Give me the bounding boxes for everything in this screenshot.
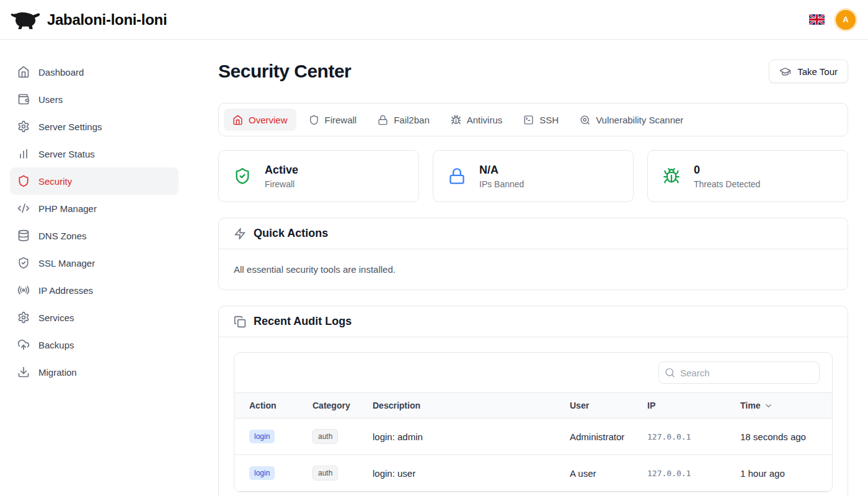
category-badge: auth	[312, 429, 338, 444]
terminal-icon	[523, 115, 534, 125]
stat-card-threats: 0 Threats Detected	[647, 150, 848, 202]
bar-chart-icon	[17, 148, 30, 160]
user-cell: Administrator	[560, 418, 637, 455]
tab-overview[interactable]: Overview	[224, 108, 296, 131]
audit-logs-table-card: Action Category Description User IP Time	[234, 352, 833, 492]
copy-documents-icon	[234, 316, 246, 328]
table-row[interactable]: login auth login: user A user 127.0.0.1 …	[234, 455, 832, 492]
tab-fail2ban[interactable]: Fail2ban	[369, 108, 438, 131]
take-tour-label: Take Tour	[797, 66, 838, 77]
shield-check-icon	[234, 167, 251, 185]
tab-ssh[interactable]: SSH	[515, 108, 567, 131]
table-header-row: Action Category Description User IP Time	[234, 393, 832, 418]
audit-logs-title: Recent Audit Logs	[254, 315, 352, 328]
sidebar-item-ssl-manager[interactable]: SSL Manager	[10, 249, 179, 277]
main-content: Security Center Take Tour Overview Firew…	[188, 40, 868, 496]
sidebar-item-label: IP Addresses	[38, 285, 93, 296]
cloud-upload-icon	[17, 339, 30, 351]
tab-label: Antivirus	[467, 115, 503, 125]
search-input[interactable]	[658, 361, 820, 384]
action-badge: login	[249, 430, 275, 443]
zap-icon	[234, 228, 246, 240]
sidebar-item-dashboard[interactable]: Dashboard	[10, 58, 179, 86]
sidebar-item-backups[interactable]: Backups	[10, 331, 179, 358]
stat-value: N/A	[479, 162, 524, 178]
audit-logs-table: Action Category Description User IP Time	[234, 392, 832, 492]
lock-icon	[378, 115, 388, 125]
shield-icon	[17, 175, 30, 187]
shield-check-icon	[17, 257, 30, 269]
home-icon	[232, 115, 243, 125]
time-cell: 18 seconds ago	[730, 418, 832, 455]
sidebar-item-label: Server Status	[38, 149, 95, 159]
quick-actions-panel: Quick Actions All essential security too…	[218, 218, 848, 290]
tab-label: Vulnerability Scanner	[596, 115, 683, 125]
sidebar-item-dns-zones[interactable]: DNS Zones	[10, 222, 179, 249]
code-icon	[17, 202, 30, 215]
tab-label: SSH	[539, 115, 559, 125]
scan-search-icon	[580, 115, 590, 125]
download-icon	[17, 366, 30, 378]
sidebar-item-server-settings[interactable]: Server Settings	[10, 113, 179, 140]
brand: Jabaloni-loni-loni	[10, 9, 167, 31]
tab-firewall[interactable]: Firewall	[300, 108, 366, 131]
category-badge: auth	[312, 466, 338, 480]
tab-antivirus[interactable]: Antivirus	[442, 108, 512, 131]
user-cell: A user	[560, 455, 637, 492]
sidebar-item-migration[interactable]: Migration	[10, 358, 179, 386]
table-row[interactable]: login auth login: admin Administrator 12…	[234, 418, 832, 455]
tab-label: Fail2ban	[394, 115, 430, 125]
bull-logo-icon	[10, 9, 41, 31]
column-header-category[interactable]: Category	[303, 393, 363, 418]
sidebar-item-ip-addresses[interactable]: IP Addresses	[10, 277, 179, 304]
sidebar-item-label: Backups	[38, 340, 74, 350]
sidebar-item-label: Server Settings	[38, 122, 102, 132]
stat-label: IPs Banned	[479, 178, 524, 190]
stat-value: 0	[694, 162, 760, 178]
sidebar-item-users[interactable]: Users	[10, 86, 179, 113]
column-header-user[interactable]: User	[560, 393, 637, 418]
app-title: Jabaloni-loni-loni	[47, 11, 167, 29]
column-header-action[interactable]: Action	[234, 393, 303, 418]
security-tabs: Overview Firewall Fail2ban Antivirus SSH…	[218, 103, 848, 136]
column-header-time[interactable]: Time	[730, 393, 832, 418]
sidebar-item-label: Migration	[38, 367, 77, 378]
stat-label: Firewall	[265, 178, 298, 190]
lock-icon	[448, 167, 466, 185]
sidebar-item-server-status[interactable]: Server Status	[10, 140, 179, 167]
database-icon	[17, 229, 30, 242]
quick-actions-message: All essential security tools are install…	[234, 264, 396, 275]
column-header-time-label: Time	[740, 401, 760, 410]
gear-icon	[17, 311, 30, 324]
sidebar-item-services[interactable]: Services	[10, 304, 179, 331]
home-icon	[17, 66, 30, 78]
radio-waves-icon	[17, 284, 30, 296]
column-header-description[interactable]: Description	[363, 393, 560, 418]
audit-logs-panel: Recent Audit Logs	[218, 306, 848, 496]
uk-flag-icon[interactable]	[809, 14, 825, 25]
tab-label: Firewall	[325, 115, 357, 125]
sidebar-item-label: DNS Zones	[38, 231, 87, 241]
take-tour-button[interactable]: Take Tour	[769, 60, 848, 83]
column-header-ip[interactable]: IP	[637, 393, 730, 418]
user-avatar[interactable]: A	[836, 10, 856, 30]
search-icon	[665, 368, 675, 378]
description-cell: login: user	[363, 455, 560, 492]
shield-icon	[309, 115, 319, 125]
description-cell: login: admin	[363, 418, 560, 455]
sidebar-item-php-manager[interactable]: PHP Manager	[10, 195, 179, 222]
sidebar-item-label: Services	[38, 312, 74, 323]
sidebar-item-label: Dashboard	[38, 67, 84, 78]
sidebar: Dashboard Users Server Settings Server S…	[0, 40, 188, 496]
stat-card-firewall: Active Firewall	[218, 150, 419, 202]
gear-icon	[17, 120, 30, 133]
tab-vulnerability-scanner[interactable]: Vulnerability Scanner	[571, 108, 692, 131]
action-badge: login	[249, 466, 275, 480]
graduation-cap-icon	[779, 66, 791, 78]
sidebar-item-label: Security	[38, 176, 72, 187]
stat-value: Active	[265, 162, 298, 178]
sidebar-item-security[interactable]: Security	[10, 167, 179, 195]
ip-cell: 127.0.0.1	[637, 418, 730, 455]
quick-actions-title: Quick Actions	[254, 227, 328, 240]
stats-row: Active Firewall N/A IPs Banned 0 Threats…	[218, 150, 848, 202]
